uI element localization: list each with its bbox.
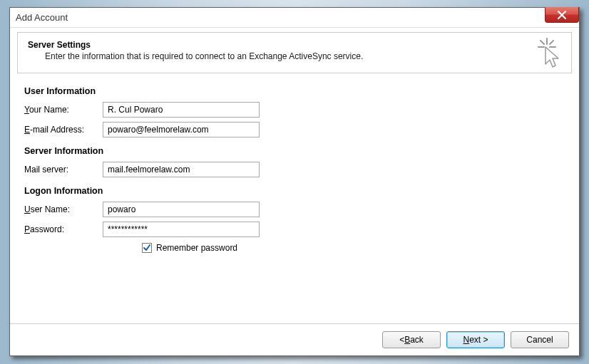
section-user-info: User Information <box>24 86 565 96</box>
next-button[interactable]: Next > <box>446 331 505 348</box>
remember-password-label: Remember password <box>156 243 237 253</box>
header-subtitle: Enter the information that is required t… <box>45 51 561 61</box>
user-name-input[interactable] <box>103 202 260 217</box>
label-your-name: Your Name: <box>24 105 103 115</box>
row-remember-password: Remember password <box>142 243 565 253</box>
label-user-name: User Name: <box>24 204 103 214</box>
row-your-name: Your Name: <box>24 102 565 118</box>
section-logon-info: Logon Information <box>24 186 565 196</box>
form-body: User Information Your Name: E-mail Addre… <box>10 73 579 323</box>
label-mail-server: Mail server: <box>24 165 103 175</box>
cursor-click-icon <box>536 37 564 71</box>
svg-line-4 <box>550 41 553 44</box>
email-input[interactable] <box>103 122 260 137</box>
label-email: E-mail Address: <box>24 125 103 135</box>
back-button[interactable]: < Back <box>382 331 441 348</box>
svg-line-3 <box>541 41 544 44</box>
remember-password-checkbox[interactable] <box>142 243 152 253</box>
row-user-name: User Name: <box>24 202 565 217</box>
header-panel: Server Settings Enter the information th… <box>17 32 572 73</box>
row-email: E-mail Address: <box>24 122 565 137</box>
button-bar: < Back Next > Cancel <box>10 323 579 355</box>
label-password: Password: <box>24 224 103 234</box>
add-account-dialog: Add Account Server Settings Enter the in… <box>9 7 580 356</box>
section-server-info: Server Information <box>24 146 565 156</box>
password-input[interactable] <box>103 222 260 237</box>
mail-server-input[interactable] <box>103 162 260 177</box>
window-title: Add Account <box>16 12 68 23</box>
titlebar: Add Account <box>10 8 579 28</box>
close-icon <box>557 11 567 19</box>
row-mail-server: Mail server: <box>24 162 565 177</box>
header-title: Server Settings <box>28 40 561 50</box>
checkmark-icon <box>143 244 151 252</box>
cancel-button[interactable]: Cancel <box>511 331 569 348</box>
row-password: Password: <box>24 222 565 237</box>
your-name-input[interactable] <box>103 102 260 118</box>
close-button[interactable] <box>545 7 579 23</box>
